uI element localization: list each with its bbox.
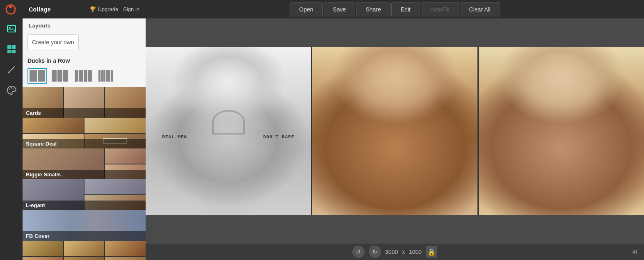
cards-label: Cards <box>23 108 146 118</box>
share-button[interactable]: Share <box>356 2 390 16</box>
canvas-x: x <box>402 249 405 255</box>
redo-button[interactable]: ↻ <box>369 246 381 258</box>
svg-rect-4 <box>7 45 11 49</box>
app-logo[interactable] <box>0 0 23 18</box>
clearall-button[interactable]: Clear All <box>460 2 500 16</box>
svg-point-9 <box>9 89 10 90</box>
lock-icon: 🔒 <box>427 248 436 256</box>
autofill-button[interactable]: AutoFill <box>421 2 459 16</box>
thumb-3col[interactable] <box>50 68 70 84</box>
brush-icon <box>7 65 16 75</box>
sidebar-item-layout[interactable] <box>0 39 23 59</box>
trophy-icon: 🏆 <box>89 6 96 12</box>
biggie-smalls-label: Biggie Smalls <box>23 170 146 179</box>
status-bar: ↺ ↻ 3000 x 1000 🔒 41 <box>146 244 644 260</box>
open-button[interactable]: Open <box>290 2 322 16</box>
create-own-button[interactable]: Create your own <box>27 34 79 50</box>
sidebar-content[interactable]: Create your own Ducks in a Row <box>23 31 146 260</box>
square-deal-label: Square Deal <box>23 139 146 148</box>
svg-point-1 <box>9 5 12 8</box>
photo-bw: REAL MEN DON'T RAPE <box>146 47 311 215</box>
undo-button[interactable]: ↺ <box>352 246 365 258</box>
header-actions: 🏆 Upgrade Sign in <box>89 6 139 12</box>
thumb-6col[interactable] <box>96 68 115 84</box>
signin-link[interactable]: Sign in <box>123 6 139 12</box>
photo-color1 <box>312 47 477 215</box>
photo-color2 <box>479 47 644 215</box>
svg-point-10 <box>11 87 12 89</box>
upgrade-link[interactable]: 🏆 Upgrade <box>89 6 118 12</box>
sidebar: Collage 🏆 Upgrade Sign in Layouts Create… <box>23 0 146 260</box>
palette-icon <box>7 85 16 95</box>
canvas-width: 3000 <box>385 249 398 255</box>
l-egant-label: L-egant <box>23 201 146 210</box>
svg-rect-7 <box>11 50 16 53</box>
list-item[interactable]: Biggie Smalls <box>23 148 146 179</box>
layout-thumbnails <box>23 66 146 87</box>
main-content: Open Save Share Edit AutoFill Clear All … <box>146 0 644 260</box>
logo-icon <box>5 3 18 16</box>
toolbar: Open Save Share Edit AutoFill Clear All <box>146 0 644 18</box>
ducks-in-a-row-title: Ducks in a Row <box>23 53 146 66</box>
undo-icon: ↺ <box>356 249 361 255</box>
layout-icon <box>7 44 16 54</box>
lock-button[interactable]: 🔒 <box>426 246 437 258</box>
canvas-cell-3[interactable] <box>479 47 644 215</box>
list-item[interactable]: FB Cover <box>23 210 146 241</box>
list-item[interactable]: Cards <box>23 87 146 118</box>
list-item[interactable]: Pinter-etsy <box>23 241 146 260</box>
canvas-cell-1[interactable]: REAL MEN DON'T RAPE <box>146 47 311 215</box>
icon-bar <box>0 0 23 260</box>
photo-icon <box>7 24 16 34</box>
redo-icon: ↻ <box>372 249 377 255</box>
layouts-label: Layouts <box>23 18 146 31</box>
svg-rect-6 <box>7 50 11 53</box>
sidebar-header: Collage 🏆 Upgrade Sign in <box>23 0 146 18</box>
canvas-area[interactable]: REAL MEN DON'T RAPE <box>146 18 644 244</box>
sidebar-item-palette[interactable] <box>0 80 23 100</box>
sidebar-item-brush[interactable] <box>0 59 23 80</box>
save-button[interactable]: Save <box>324 2 356 16</box>
list-item[interactable]: L-egant <box>23 179 146 210</box>
page-number: 41 <box>633 249 638 255</box>
svg-rect-5 <box>12 45 16 49</box>
sidebar-item-photo[interactable] <box>0 18 23 39</box>
svg-point-11 <box>12 89 14 90</box>
app-name: Collage <box>29 6 51 13</box>
svg-point-8 <box>8 72 10 73</box>
canvas-cell-2[interactable] <box>312 47 477 215</box>
edit-button[interactable]: Edit <box>391 2 420 16</box>
fb-cover-label: FB Cover <box>23 231 146 241</box>
list-item[interactable]: Square Deal <box>23 118 146 148</box>
thumb-2col[interactable] <box>27 68 47 84</box>
thumb-4col[interactable] <box>73 68 94 84</box>
collage-canvas: REAL MEN DON'T RAPE <box>146 47 644 215</box>
canvas-height: 1000 <box>409 249 422 255</box>
